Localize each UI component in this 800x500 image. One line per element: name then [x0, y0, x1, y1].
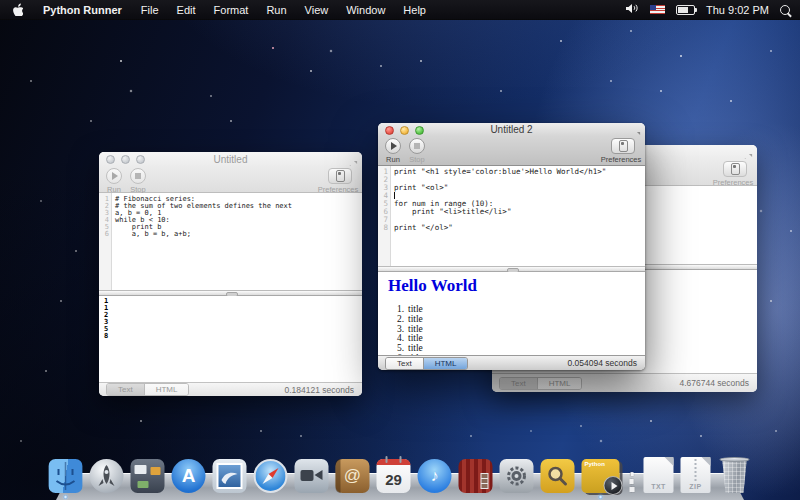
running-indicator: [64, 495, 68, 499]
text-segment-button[interactable]: Text: [107, 384, 144, 395]
dock: A @ 29: [56, 446, 744, 500]
output-line: 3: [104, 319, 362, 326]
stop-button[interactable]: [130, 168, 146, 184]
zoom-button[interactable]: [136, 155, 145, 164]
stop-label: Stop: [406, 155, 428, 164]
output-pane[interactable]: 1 1 2 3 5 8: [99, 296, 362, 386]
code-line: 6 a, b = b, a+b;: [99, 231, 362, 238]
apple-menu-icon[interactable]: [0, 3, 33, 16]
output-line: 1: [104, 305, 362, 312]
run-button[interactable]: [106, 168, 122, 184]
run-duration: 4.676744 seconds: [680, 378, 757, 388]
preferences-button[interactable]: [611, 138, 635, 154]
battery-icon[interactable]: [676, 5, 695, 15]
run-button[interactable]: [385, 138, 401, 154]
run-duration: 0.054094 seconds: [568, 358, 645, 368]
close-button[interactable]: [385, 126, 394, 135]
input-source-flag-icon[interactable]: [650, 5, 665, 14]
dock-launchpad-icon[interactable]: [90, 459, 124, 493]
output-line: 8: [104, 333, 362, 340]
minimize-button[interactable]: [400, 126, 409, 135]
menu-help[interactable]: Help: [394, 4, 435, 16]
traffic-lights: [385, 126, 424, 135]
dock-facetime-icon[interactable]: [295, 459, 329, 493]
zipper-icon: [695, 459, 697, 481]
window-untitled-2[interactable]: Untitled 2 Run Stop Preferences 1print "…: [378, 123, 645, 370]
run-duration: 0.184121 seconds: [285, 385, 362, 395]
preferences-button[interactable]: [328, 168, 352, 184]
code-editor[interactable]: 1# Fibonacci series: 2# the sum of two e…: [99, 193, 362, 290]
zoom-button[interactable]: [415, 126, 424, 135]
menu-view[interactable]: View: [296, 4, 338, 16]
html-segment-button[interactable]: HTML: [423, 358, 468, 369]
menu-format[interactable]: Format: [205, 4, 258, 16]
rendered-ordered-list: 1.title 2.title 3.title 4.title 5.title …: [378, 305, 645, 357]
text-segment-button[interactable]: Text: [500, 378, 537, 389]
menu-file[interactable]: File: [132, 4, 168, 16]
untitled2-titlebar[interactable]: Untitled 2: [378, 123, 645, 136]
window-title: Untitled: [214, 154, 248, 165]
menu-bar: Python Runner File Edit Format Run View …: [0, 0, 800, 20]
close-button[interactable]: [106, 155, 115, 164]
dock-system-preferences-icon[interactable]: [500, 459, 534, 493]
text-segment-button[interactable]: Text: [386, 358, 423, 369]
untitled2-footer: Text HTML 0.054094 seconds: [378, 355, 645, 370]
dock-mail-icon[interactable]: [213, 459, 247, 493]
code-line: 6 print "<li>title</li>": [378, 208, 645, 216]
dock-trash-icon[interactable]: [718, 455, 752, 493]
dock-search-app-icon[interactable]: [541, 459, 575, 493]
traffic-lights: [106, 155, 145, 164]
dock-mission-control-icon[interactable]: [131, 459, 165, 493]
menu-run[interactable]: Run: [257, 4, 295, 16]
menu-clock[interactable]: Thu 9:02 PM: [706, 4, 769, 16]
minimize-button[interactable]: [121, 155, 130, 164]
output-line: 5: [104, 326, 362, 333]
txt-file-label: TXT: [651, 483, 666, 490]
running-indicator: [599, 495, 603, 499]
code-line: 1print "<h1 style='color:blue'>Hello Wor…: [378, 168, 645, 176]
preferences-toggle-icon: [336, 170, 345, 182]
zip-file-label: ZIP: [689, 483, 701, 490]
dock-itunes-icon[interactable]: ♪: [418, 459, 452, 493]
dock-python-runner-icon[interactable]: Python: [582, 459, 620, 493]
output-line: 1: [104, 298, 362, 305]
dock-finder-icon[interactable]: [49, 459, 83, 493]
code-line: 3print "<ol>": [378, 184, 645, 192]
text-cursor: [394, 192, 395, 199]
dock-photo-booth-icon[interactable]: [459, 459, 493, 493]
output-mode-segmented-control: Text HTML: [385, 357, 468, 370]
volume-icon[interactable]: [626, 3, 639, 16]
menu-edit[interactable]: Edit: [168, 4, 205, 16]
menu-window[interactable]: Window: [337, 4, 394, 16]
html-output-pane[interactable]: Hello World 1.title 2.title 3.title 4.ti…: [378, 272, 645, 357]
music-note-icon: ♪: [431, 467, 439, 485]
dock-txt-file-icon[interactable]: TXT: [644, 457, 674, 493]
code-line: 8print "</ol>": [378, 224, 645, 232]
play-icon: [112, 172, 118, 180]
spotlight-icon[interactable]: [780, 5, 790, 15]
play-badge-icon: [604, 476, 623, 495]
menu-app-name[interactable]: Python Runner: [33, 4, 132, 16]
untitled2-toolbar: Run Stop Preferences: [378, 136, 645, 166]
window-untitled[interactable]: Untitled Run Stop Preferences 1# Fibonac…: [99, 152, 362, 396]
stop-icon: [414, 143, 420, 149]
dock-address-book-icon[interactable]: @: [336, 459, 370, 493]
html-segment-button[interactable]: HTML: [144, 384, 189, 395]
html-segment-button[interactable]: HTML: [537, 378, 582, 389]
calendar-day: 29: [385, 467, 402, 493]
dock-calendar-icon[interactable]: 29: [377, 459, 411, 493]
dock-separator: [627, 467, 637, 493]
preferences-button[interactable]: [723, 161, 747, 177]
untitled-titlebar[interactable]: Untitled: [99, 152, 362, 166]
rendered-heading: Hello World: [388, 276, 645, 296]
code-editor[interactable]: 1print "<h1 style='color:blue'>Hello Wor…: [378, 166, 645, 266]
dock-safari-icon[interactable]: [254, 459, 288, 493]
window-title: Untitled 2: [490, 124, 532, 135]
dock-zip-file-icon[interactable]: ZIP: [681, 457, 711, 493]
preferences-toggle-icon: [731, 163, 740, 175]
dock-app-store-icon[interactable]: A: [172, 459, 206, 493]
run-label: Run: [382, 155, 404, 164]
play-icon: [391, 142, 397, 150]
stop-button[interactable]: [409, 138, 425, 154]
python-runner-label: Python: [585, 461, 605, 467]
